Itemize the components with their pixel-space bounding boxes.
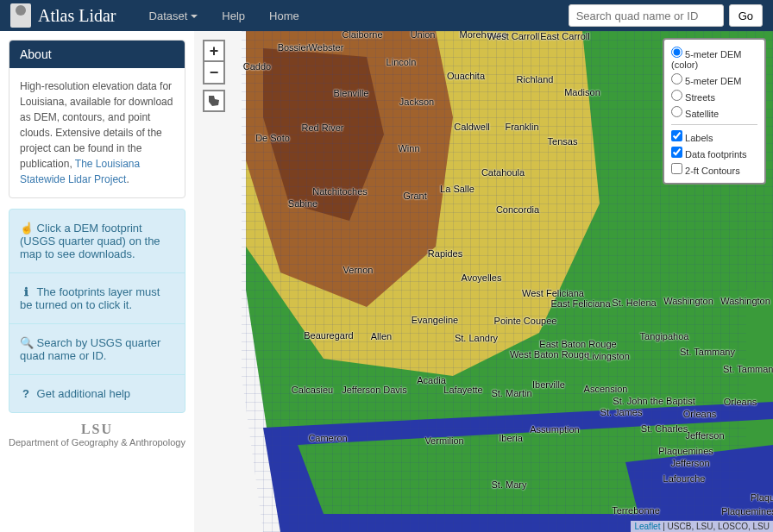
overlay-option[interactable]: Data footprints [671,145,757,161]
brand-text: Atlas Lidar [38,6,116,26]
home-extent-button[interactable] [203,90,225,112]
map-area[interactable]: BossierWebsterClaiborneUnionMorehouseWes… [194,31,773,532]
tip-icon: ℹ [20,285,32,298]
overlay-option[interactable]: 2-ft Contours [671,161,757,178]
tip-icon: 🔍 [20,336,32,349]
tip-item[interactable]: ? Get additional help [9,374,185,412]
go-button[interactable]: Go [729,4,763,27]
about-heading: About [9,41,185,68]
about-text-suffix: . [126,173,129,185]
tip-item: ℹ The footprints layer must be turned on… [9,272,185,323]
base-layer-option[interactable]: 5-meter DEM [671,72,757,88]
nav-item-dataset[interactable]: Dataset [137,3,211,29]
tip-text: The footprints layer must be turned on t… [20,285,160,311]
navbar-left: Atlas Lidar DatasetHelpHome [10,3,311,29]
tip-icon: ? [20,387,32,400]
dept-label: Department of Geography & Anthropology [9,437,185,448]
brand[interactable]: Atlas Lidar [10,3,134,28]
base-layer-option[interactable]: Streets [671,88,757,104]
overlay-option[interactable]: Labels [671,128,757,145]
overlay-checkbox[interactable] [671,163,682,174]
base-layer-radio[interactable] [671,47,682,58]
sidebar: About High-resolution elevation data for… [0,31,194,532]
about-panel: About High-resolution elevation data for… [9,40,185,198]
base-layer-option[interactable]: 5-meter DEM (color) [671,45,757,72]
base-layer-radio[interactable] [671,106,682,117]
about-body: High-resolution elevation data for Louis… [9,68,185,197]
attribution-text: | USCB, LSU, LOSCO, LSU [660,522,770,531]
lsu-logo: LSU [9,422,185,437]
overlay-checkbox[interactable] [671,130,682,141]
base-layer-radio[interactable] [671,73,682,84]
footer-credit: LSU Department of Geography & Anthropolo… [9,422,185,448]
zoom-control: + − [203,40,225,112]
base-layer-radio[interactable] [671,90,682,101]
tip-text: Get additional help [34,387,130,400]
tip-text: Click a DEM footprint (USGS quarter quad… [20,222,160,260]
nav-item-help[interactable]: Help [210,3,257,29]
overlay-checkbox[interactable] [671,147,682,158]
base-layer-option[interactable]: Satellite [671,104,757,121]
attribution: Leaflet | USCB, LSU, LOSCO, LSU [631,521,773,532]
brand-icon [10,3,31,28]
tip-item: ☝ Click a DEM footprint (USGS quarter qu… [9,210,185,272]
leaflet-link[interactable]: Leaflet [634,522,660,531]
louisiana-icon [207,94,221,108]
tip-item: 🔍 Search by USGS quarter quad name or ID… [9,323,185,374]
tips-panel: ☝ Click a DEM footprint (USGS quarter qu… [9,209,185,413]
navbar: Atlas Lidar DatasetHelpHome Go [0,0,773,31]
layers-panel[interactable]: 5-meter DEM (color) 5-meter DEM Streets … [663,38,766,185]
chevron-down-icon [191,15,198,18]
nav-item-home[interactable]: Home [257,3,311,29]
main: About High-resolution elevation data for… [0,31,773,532]
zoom-out-button[interactable]: − [203,62,225,84]
zoom-in-button[interactable]: + [203,40,225,62]
navbar-right: Go [569,4,763,27]
about-text-prefix: High-resolution elevation data for Louis… [20,80,173,170]
search-input[interactable] [569,4,724,27]
tip-text: Search by USGS quarter quad name or ID. [20,336,160,362]
tip-icon: ☝ [20,222,32,235]
